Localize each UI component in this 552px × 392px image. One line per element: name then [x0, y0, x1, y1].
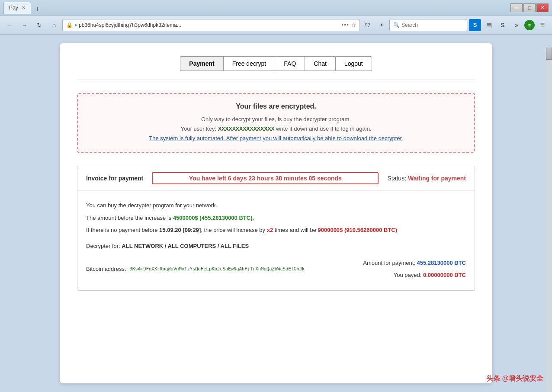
invoice-body: You can buy the decrypter program for yo…	[77, 191, 475, 290]
tab-area: Pay ✕ +	[3, 2, 510, 14]
multiplier: x2	[267, 227, 273, 233]
bitcoin-label: Bitcoin address:	[86, 263, 126, 276]
alert-line3[interactable]: The system is fully automated. After pay…	[149, 135, 403, 141]
bitcoin-right: Amount for payment: 455.28130000 BTC You…	[363, 257, 466, 282]
minimize-button[interactable]: ─	[510, 3, 523, 12]
deadline-mid: , the price will increase by	[201, 227, 266, 233]
sidebar-icon[interactable]: S	[497, 19, 509, 31]
skype-icon[interactable]: S	[469, 19, 481, 31]
extensions-icon[interactable]: ✦	[375, 19, 388, 31]
title-bar: Pay ✕ + ─ □ ✕	[0, 0, 552, 16]
window-controls: ─ □ ✕	[510, 3, 549, 12]
address-bar[interactable]: 🔒 ● pb36hu4spl6cyjdfhing7h3pw6dhpk32ifem…	[62, 19, 360, 31]
close-button[interactable]: ✕	[536, 3, 549, 12]
reload-button[interactable]: ↻	[33, 19, 46, 31]
more-btn[interactable]: •••	[341, 22, 350, 28]
amount-close: .	[253, 215, 254, 221]
tab-chat[interactable]: Chat	[305, 56, 335, 71]
invoice-line1: You can buy the decrypter program for yo…	[86, 199, 466, 212]
deadline-date: 15.09.20 [09:29]	[159, 227, 201, 233]
lock-icon: 🔒	[66, 22, 73, 28]
tab-close-btn[interactable]: ✕	[22, 5, 26, 11]
tab-logout[interactable]: Logout	[335, 56, 372, 71]
profile-icon[interactable]: ≡	[524, 20, 535, 30]
you-payed-label: You payed:	[394, 272, 422, 278]
site-icon: ●	[74, 22, 77, 27]
tab-free-decrypt[interactable]: Free decrypt	[223, 56, 275, 71]
page-content: Payment Free decrypt FAQ Chat Logout You…	[0, 35, 552, 392]
home-icon: ⌂	[52, 22, 56, 29]
you-payed-row: You payed: 0.00000000 BTC	[363, 269, 466, 282]
status-label: Status:	[387, 175, 406, 182]
browser-window: Pay ✕ + ─ □ ✕ ← → ↻ ⌂ 🔒 ● pb36hu4spl6cyj…	[0, 0, 552, 392]
amount-for-payment-row: Amount for payment: 455.28130000 BTC	[363, 257, 466, 270]
toolbar-icons: S ▤ S » ≡ ≡	[469, 19, 549, 31]
you-payed-value: 0.00000000 BTC	[423, 272, 466, 278]
home-button[interactable]: ⌂	[48, 19, 61, 31]
search-bar[interactable]: 🔍	[389, 19, 467, 31]
nav-extra-icons: 🛡 ✦	[362, 19, 388, 31]
maximize-button[interactable]: □	[523, 3, 536, 12]
decrypter-value: ALL NETWORK / ALL COMPUTERS / ALL FILES	[122, 243, 249, 249]
tab-payment[interactable]: Payment	[180, 56, 223, 71]
forward-icon: →	[22, 22, 28, 29]
alert-title: Your files are encrypted.	[91, 103, 461, 110]
amount-usd: 4500000$	[173, 215, 198, 221]
search-input[interactable]	[401, 22, 463, 28]
user-key: XXXXXXXXXXXXXXXX	[218, 125, 275, 132]
alert-text: Only way to decrypt your files, is buy t…	[91, 115, 461, 143]
bitcoin-row: Bitcoin address: 3Ks4m9FnXXrRpqWuVnMxTzY…	[86, 257, 466, 282]
invoice-deadline-line: If there is no payment before 15.09.20 […	[86, 224, 466, 237]
countdown-badge: You have left 6 days 23 hours 38 minutes…	[152, 172, 379, 184]
status-value: Waiting for payment	[408, 175, 466, 182]
scrollbar-track[interactable]	[546, 47, 552, 392]
active-tab[interactable]: Pay ✕	[3, 2, 31, 14]
tab-faq[interactable]: FAQ	[275, 56, 305, 71]
bookmark-icon[interactable]: ☆	[351, 22, 356, 28]
tab-label: Pay	[9, 5, 18, 11]
back-icon: ←	[7, 22, 13, 29]
scrollbar-thumb[interactable]	[546, 47, 552, 60]
alert-line2-suffix: write it down and use it to log in again…	[274, 125, 371, 132]
invoice-title: Invoice for payment	[86, 175, 143, 182]
search-icon: 🔍	[393, 22, 400, 28]
reload-icon: ↻	[37, 22, 42, 29]
amount2-usd: 9000000$	[318, 227, 343, 233]
reader-view-icon[interactable]: ▤	[483, 19, 495, 31]
invoice-header: Invoice for payment You have left 6 days…	[77, 166, 475, 191]
address-actions: ••• ☆	[341, 22, 356, 28]
alert-line2-prefix: Your user key:	[181, 125, 218, 132]
page-nav-tabs: Payment Free decrypt FAQ Chat Logout	[77, 56, 475, 80]
main-card: Payment Free decrypt FAQ Chat Logout You…	[60, 43, 492, 383]
url-text: pb36hu4spl6cyjdfhing7h3pw6dhpk32ifema...	[79, 22, 340, 28]
status-area: Status: Waiting for payment	[387, 175, 466, 182]
watermark: 头条 @墙头说安全	[486, 374, 543, 383]
bitcoin-address: 3Ks4m9FnXXrRpqWuVnMxTzYsQdHeLpKbJcSaEwNg…	[130, 264, 305, 274]
invoice-amount-line: The amount before the increase is 450000…	[86, 212, 466, 225]
back-button[interactable]: ←	[3, 19, 16, 31]
deadline-end: times and will be	[273, 227, 318, 233]
alert-line1: Only way to decrypt your files, is buy t…	[201, 116, 351, 122]
shield-icon[interactable]: 🛡	[362, 19, 374, 31]
decrypter-label: Decrypter for:	[86, 243, 122, 249]
deadline-label: If there is no payment before	[86, 227, 159, 233]
amount2-btc: (910.56260000 BTC)	[344, 227, 397, 233]
amount-label: The amount before the increase is	[86, 215, 173, 221]
amount-for-payment-label: Amount for payment:	[363, 260, 415, 266]
amount-for-payment-value: 455.28130000 BTC	[417, 260, 466, 266]
forward-button[interactable]: →	[18, 19, 31, 31]
bitcoin-left: Bitcoin address: 3Ks4m9FnXXrRpqWuVnMxTzY…	[86, 263, 305, 276]
alert-box: Your files are encrypted. Only way to de…	[77, 93, 475, 153]
invoice-section: Invoice for payment You have left 6 days…	[77, 166, 475, 291]
more-tools-icon[interactable]: »	[510, 19, 523, 31]
menu-icon[interactable]: ≡	[536, 19, 549, 31]
amount-btc: (455.28130000 BTC)	[199, 215, 252, 221]
decrypter-line: Decrypter for: ALL NETWORK / ALL COMPUTE…	[86, 240, 466, 253]
new-tab-button[interactable]: +	[32, 4, 43, 14]
navigation-bar: ← → ↻ ⌂ 🔒 ● pb36hu4spl6cyjdfhing7h3pw6dh…	[0, 16, 552, 35]
